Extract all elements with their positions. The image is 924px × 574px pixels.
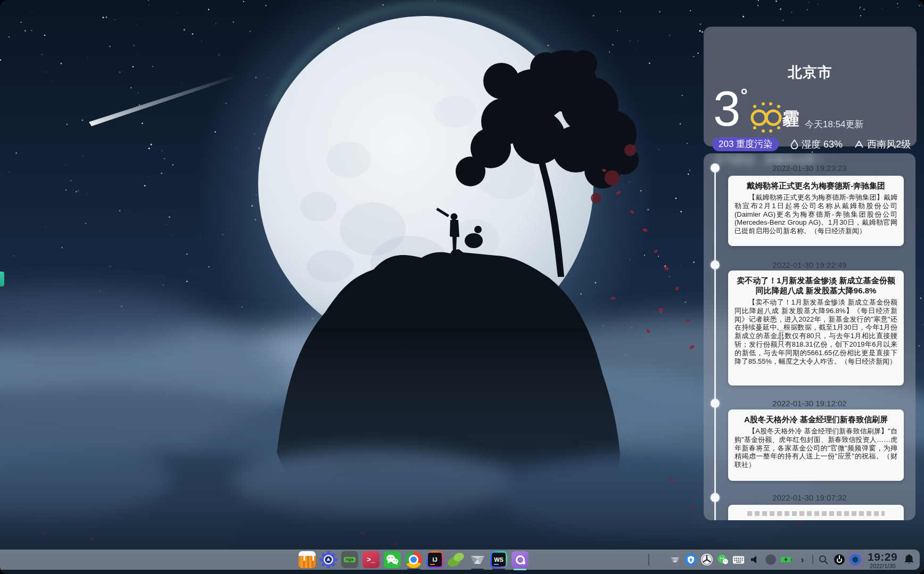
weather-condition: 霾 bbox=[782, 108, 799, 131]
tray-glow-app-icon[interactable] bbox=[849, 554, 861, 566]
news-timestamp: 2022-01-30 19:23:23 bbox=[704, 163, 915, 173]
news-timestamp: 2022-01-30 19:22:49 bbox=[704, 260, 915, 269]
tray-power-icon[interactable] bbox=[833, 554, 845, 566]
tray-separator bbox=[812, 555, 813, 564]
news-body: 【A股冬天格外冷 基金经理们新春致信刷屏】"自购"基金份额、虎年红包封面、新春致… bbox=[735, 427, 897, 469]
taskbar: nga >_ IJ bbox=[0, 550, 920, 570]
dock-green-leaves-app-icon[interactable] bbox=[447, 551, 465, 569]
news-title: A股冬天格外冷 基金经理们新春致信刷屏 bbox=[735, 414, 897, 424]
running-indicator bbox=[492, 569, 505, 570]
tray-battery-icon[interactable] bbox=[780, 554, 793, 566]
news-title: 卖不动了！1月新发基金惨淡 新成立基金份额同比降超八成 新发股基大降96.8% bbox=[735, 275, 897, 296]
news-card-clipped[interactable] bbox=[728, 505, 904, 520]
clipped-text-top bbox=[747, 511, 885, 516]
tray-security-shield-icon[interactable] bbox=[684, 554, 697, 566]
dock-nga-app-icon[interactable]: nga bbox=[341, 551, 359, 569]
desktop-screen: 北京市 3° 霾 今天18:54更新 203 重度污染 湿度 63% 西南风2级 bbox=[0, 0, 924, 574]
weather-temperature: 3° bbox=[713, 84, 748, 133]
news-card[interactable]: 卖不动了！1月新发基金惨淡 新成立基金份额同比降超八成 新发股基大降96.8% … bbox=[728, 270, 904, 386]
dock-fan-app-icon[interactable] bbox=[468, 551, 486, 569]
weather-city: 北京市 bbox=[704, 63, 917, 82]
tray-expand-chevron-icon[interactable]: › bbox=[796, 554, 808, 566]
weather-updated: 今天18:54更新 bbox=[805, 118, 864, 130]
timeline-line bbox=[714, 168, 716, 520]
dock-wechat-icon[interactable] bbox=[383, 551, 401, 569]
news-feed-panel[interactable]: 2022-01-30 19:23:23 戴姆勒将正式更名为梅赛德斯-奔驰集团 【… bbox=[704, 153, 915, 520]
dock-intellij-icon[interactable]: IJ bbox=[426, 551, 444, 569]
news-body: 【戴姆勒将正式更名为梅赛德斯-奔驰集团】戴姆勒宣布2月1日起将公司名称从戴姆勒股… bbox=[735, 193, 897, 235]
clock-time: 19:29 bbox=[868, 551, 897, 562]
tray-y-logo-icon[interactable] bbox=[700, 554, 713, 566]
tray-volume-icon[interactable] bbox=[748, 554, 761, 566]
clock[interactable]: 19:29 2022/1/30 bbox=[868, 551, 897, 569]
news-card[interactable]: A股冬天格外冷 基金经理们新春致信刷屏 【A股冬天格外冷 基金经理们新春致信刷屏… bbox=[728, 409, 904, 481]
running-indicator bbox=[407, 569, 420, 570]
haze-icon bbox=[748, 100, 783, 137]
humidity-item: 湿度 63% bbox=[790, 138, 843, 151]
clock-date: 2022/1/30 bbox=[868, 563, 897, 569]
tray-dim-app-icon[interactable] bbox=[764, 554, 777, 566]
tray-wechat-icon[interactable] bbox=[716, 554, 729, 566]
tray-search-icon[interactable] bbox=[817, 554, 829, 566]
active-indicator bbox=[514, 569, 526, 570]
running-indicator bbox=[471, 569, 484, 570]
dock-terminal-icon[interactable]: >_ bbox=[362, 551, 380, 569]
system-tray: › bbox=[669, 550, 861, 570]
side-panel-handle[interactable] bbox=[0, 272, 4, 286]
water-drop-icon bbox=[790, 140, 798, 149]
dock-app-area: nga >_ IJ bbox=[298, 551, 529, 569]
news-timestamp: 2022-01-30 19:12:02 bbox=[704, 399, 915, 408]
aqi-badge: 203 重度污染 bbox=[712, 137, 779, 151]
notification-bell-icon[interactable] bbox=[904, 554, 914, 568]
wind-item: 西南风2级 bbox=[854, 138, 911, 151]
weather-widget[interactable]: 北京市 3° 霾 今天18:54更新 203 重度污染 湿度 63% 西南风2级 bbox=[704, 27, 917, 146]
text-cursor bbox=[778, 330, 785, 344]
news-body: 【卖不动了！1月新发基金惨淡 新成立基金份额同比降超八成 新发股基大降96.8%… bbox=[735, 298, 897, 365]
dock-chrome-icon[interactable] bbox=[405, 551, 423, 569]
dock-control-center-icon[interactable] bbox=[319, 551, 337, 569]
taskbar-divider bbox=[648, 554, 649, 565]
gear-icon bbox=[320, 551, 337, 568]
news-title: 戴姆勒将正式更名为梅赛德斯-奔驰集团 bbox=[735, 181, 897, 191]
wind-icon bbox=[854, 140, 864, 149]
dock-webstorm-icon[interactable]: WS bbox=[490, 551, 508, 569]
news-timestamp: 2022-01-30 19:07:32 bbox=[704, 493, 915, 502]
tray-fan-icon[interactable] bbox=[669, 554, 681, 566]
dock-purple-app-icon[interactable] bbox=[511, 551, 529, 569]
news-card[interactable]: 戴姆勒将正式更名为梅赛德斯-奔驰集团 【戴姆勒将正式更名为梅赛德斯-奔驰集团】戴… bbox=[728, 176, 904, 246]
tray-keyboard-input-icon[interactable] bbox=[732, 554, 745, 566]
dock-appstore-icon[interactable] bbox=[298, 551, 316, 569]
